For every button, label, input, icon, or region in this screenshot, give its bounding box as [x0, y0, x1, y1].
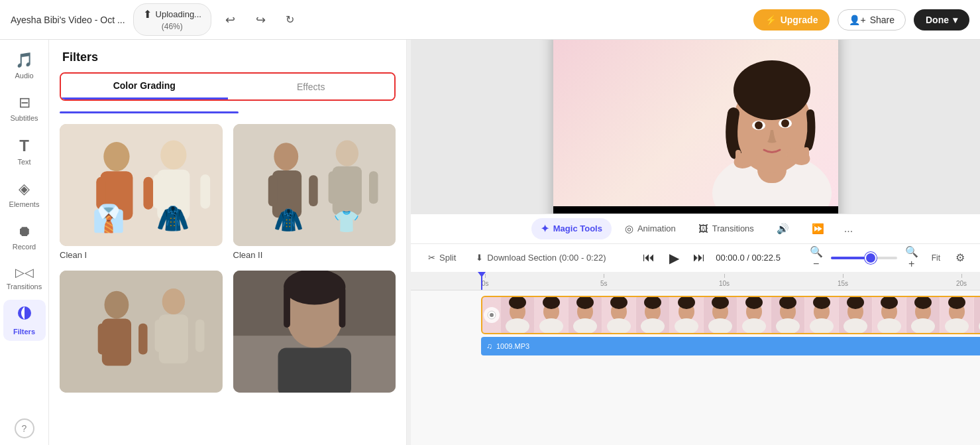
undo-button[interactable]: ↩: [219, 9, 242, 31]
video-frame: [805, 297, 838, 333]
help-button[interactable]: ?: [15, 418, 34, 438]
elements-icon: ◈: [19, 180, 30, 198]
speed-button[interactable]: ⏩: [802, 218, 834, 239]
preview-toolbar: ✦ Magic Tools ◎ Animation 🖼 Transitions …: [411, 214, 980, 243]
sidebar-label-audio: Audio: [15, 72, 33, 80]
svg-rect-50: [797, 145, 802, 161]
animation-icon: ◎: [625, 223, 633, 235]
magic-tools-icon: ✦: [541, 223, 549, 235]
done-button[interactable]: Done ▾: [914, 9, 969, 31]
video-frame: [873, 297, 906, 333]
playhead[interactable]: [481, 272, 482, 290]
sidebar-item-record[interactable]: ⏺ Record: [3, 218, 46, 256]
sidebar-item-subtitles[interactable]: ⊟ Subtitles: [3, 89, 46, 127]
svg-rect-27: [195, 320, 205, 352]
sidebar-item-audio[interactable]: 🎵 Audio: [3, 46, 46, 85]
svg-rect-22: [98, 324, 107, 355]
ruler-mark-5s: 5s: [600, 280, 608, 287]
svg-rect-47: [742, 148, 747, 164]
download-icon: ⬇: [476, 253, 483, 263]
redo-button[interactable]: ↪: [250, 9, 272, 31]
audio-track[interactable]: ♫ 1009.MP3: [481, 337, 980, 355]
timeline-area[interactable]: 0s 5s 10s 15s 20s: [411, 272, 980, 446]
share-button[interactable]: 👤+ Share: [838, 9, 906, 31]
tab-effects[interactable]: Effects: [228, 74, 395, 99]
video-title: Ayesha Bibi's Video - Oct ...: [11, 15, 125, 25]
timeline-settings-button[interactable]: ⚙: [951, 249, 969, 267]
speed-icon: ⏩: [812, 223, 824, 235]
volume-button[interactable]: 🔊: [767, 218, 798, 239]
video-frame: [535, 297, 568, 333]
topbar: Ayesha Bibi's Video - Oct ... ⬆ Uploadin…: [0, 0, 980, 40]
magic-tools-button[interactable]: ✦ Magic Tools: [531, 218, 612, 239]
upload-status[interactable]: ⬆ Uploading... (46%): [133, 3, 211, 36]
filter-thumb-4: [233, 271, 396, 393]
zoom-slider[interactable]: [831, 257, 897, 259]
filters-tabs: Color Grading Effects: [60, 72, 396, 101]
svg-rect-18: [368, 171, 378, 204]
svg-rect-34: [339, 287, 345, 328]
zoom-in-button[interactable]: 🔍+: [902, 249, 921, 267]
timeline-tracks: ♫ 1009.MP3: [411, 290, 980, 361]
filters-panel: Filters Color Grading Effects: [49, 40, 407, 445]
filter-thumb-clean1: [60, 124, 223, 246]
upgrade-button[interactable]: ⚡ Upgrade: [753, 9, 830, 31]
letterbox-bottom: [553, 206, 838, 214]
svg-rect-17: [328, 171, 337, 204]
refresh-button[interactable]: ↻: [280, 10, 300, 30]
split-button[interactable]: ✂ Split: [421, 249, 463, 266]
sidebar-item-filters[interactable]: Filters: [3, 300, 46, 341]
filter-item-3[interactable]: [60, 271, 223, 397]
sidebar-label-transitions: Transitions: [7, 283, 42, 290]
svg-rect-8: [153, 174, 163, 209]
tab-indicator: [60, 111, 239, 113]
play-button[interactable]: ▶: [664, 248, 684, 268]
sidebar-label-record: Record: [13, 243, 36, 251]
video-frame: [602, 297, 635, 333]
video-track[interactable]: [481, 296, 980, 334]
svg-point-53: [490, 313, 494, 317]
scissors-icon: ✂: [428, 253, 435, 263]
animation-button[interactable]: ◎ Animation: [616, 218, 685, 239]
video-frame: [839, 297, 872, 333]
zoom-thumb[interactable]: [866, 253, 875, 263]
audio-track-name: 1009.MP3: [496, 342, 529, 350]
fast-forward-button[interactable]: ⏭: [689, 248, 709, 268]
video-frame: [670, 297, 703, 333]
svg-point-41: [755, 121, 763, 129]
timeline-controls: ✂ Split ⬇ Download Section (0:00 - 0:22)…: [411, 243, 980, 272]
sidebar-item-text[interactable]: T Text: [3, 131, 46, 171]
transitions-tool-button[interactable]: 🖼 Transitions: [689, 218, 763, 239]
download-section-button[interactable]: ⬇ Download Section (0:00 - 0:22): [469, 249, 612, 266]
video-frame: [906, 297, 940, 333]
filter-thumb-3: [60, 271, 223, 393]
record-icon: ⏺: [17, 223, 32, 240]
filters-grid: Clean I: [49, 119, 406, 402]
sidebar-label-subtitles: Subtitles: [10, 114, 38, 122]
fit-button[interactable]: Fit: [928, 251, 944, 265]
sidebar-item-transitions[interactable]: ▷◁ Transitions: [3, 260, 46, 296]
filter-item-clean2[interactable]: Clean II: [233, 124, 396, 260]
filters-icon: [17, 305, 32, 325]
svg-rect-49: [790, 147, 796, 161]
svg-rect-23: [138, 324, 148, 355]
svg-point-2: [103, 142, 129, 171]
svg-rect-14: [309, 175, 318, 206]
filter-item-clean1[interactable]: Clean I: [60, 124, 223, 260]
upload-label: Uploading...: [156, 9, 201, 19]
preview-area: [411, 40, 980, 214]
filter-name-clean2: Clean II: [233, 250, 396, 260]
zoom-out-button[interactable]: 🔍−: [807, 249, 826, 267]
audio-icon: 🎵: [15, 52, 33, 69]
time-display: 00:00.0 / 00:22.5: [716, 253, 781, 263]
filter-item-4[interactable]: [233, 271, 396, 397]
ruler-mark-0s: 0s: [482, 280, 489, 287]
more-tools-button[interactable]: ...: [838, 218, 859, 239]
right-area: ✦ Magic Tools ◎ Animation 🖼 Transitions …: [411, 40, 980, 445]
svg-rect-51: [804, 147, 809, 162]
sidebar-item-elements[interactable]: ◈ Elements: [3, 175, 46, 214]
tab-color-grading[interactable]: Color Grading: [61, 74, 228, 99]
rewind-button[interactable]: ⏮: [639, 248, 659, 268]
preview-person-svg: [639, 47, 838, 206]
svg-point-15: [335, 141, 358, 166]
